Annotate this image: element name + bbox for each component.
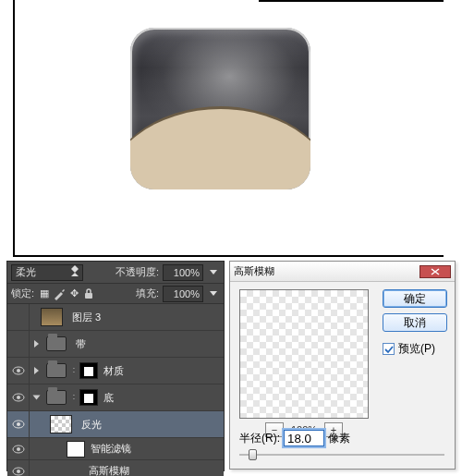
layer-row-group-base[interactable]: •• 底 — [7, 384, 224, 411]
chevron-updown-icon — [71, 269, 79, 276]
opacity-input[interactable]: 100% — [163, 264, 203, 281]
opacity-label: 不透明度: — [116, 265, 159, 279]
opacity-value: 100% — [174, 267, 200, 278]
ok-button[interactable]: 确定 — [383, 289, 447, 308]
link-icon: •• — [70, 367, 78, 374]
radius-label: 半径(R): — [239, 431, 280, 446]
check-icon — [384, 345, 394, 354]
fill-label: 填充: — [136, 287, 159, 300]
lock-position-icon[interactable]: ✥ — [67, 287, 80, 300]
layer-thumb[interactable] — [50, 415, 72, 433]
folder-icon — [46, 336, 67, 351]
layer-thumb[interactable] — [41, 308, 63, 326]
eye-icon — [12, 366, 25, 375]
fill-input[interactable]: 100% — [163, 286, 203, 302]
lock-icons-group: ▦ ✥ — [38, 287, 95, 300]
eye-icon — [12, 420, 25, 429]
svg-point-2 — [17, 369, 20, 372]
artwork-arc — [130, 106, 310, 189]
blur-preview[interactable] — [239, 289, 369, 419]
layers-lock-row: 锁定: ▦ ✥ 填充: 100% — [7, 284, 224, 304]
fill-stepper-icon[interactable] — [207, 287, 220, 300]
blend-mode-select[interactable]: 柔光 — [11, 264, 83, 281]
slider-track — [239, 454, 444, 456]
close-button[interactable] — [419, 265, 451, 278]
layer-row-gaussian-blur-filter[interactable]: 高斯模糊 — [7, 460, 224, 476]
layers-panel: 柔光 不透明度: 100% 锁定: ▦ ✥ 填充: 100% — [6, 261, 225, 471]
expand-toggle[interactable] — [30, 394, 43, 401]
layer-row-group-band[interactable]: 带 — [7, 331, 224, 358]
layer-label: 材质 — [103, 364, 124, 378]
dialog-titlebar[interactable]: 高斯模糊 — [230, 262, 455, 282]
svg-point-4 — [17, 396, 20, 399]
artwork-preview — [130, 28, 310, 189]
link-icon: •• — [70, 394, 78, 401]
mask-thumb[interactable] — [79, 389, 98, 406]
visibility-toggle[interactable] — [7, 411, 30, 437]
preview-checkbox[interactable] — [383, 343, 395, 355]
gaussian-blur-dialog: 高斯模糊 − 100% + 确定 取消 预览(P) 半径(R): 像素 — [229, 261, 456, 470]
preview-checkbox-row[interactable]: 预览(P) — [383, 341, 447, 357]
radius-unit: 像素 — [328, 431, 350, 446]
radius-slider[interactable] — [239, 450, 444, 459]
expand-toggle[interactable] — [30, 340, 43, 348]
close-icon — [431, 268, 440, 275]
preview-label: 预览(P) — [398, 341, 435, 357]
lock-transparency-icon[interactable]: ▦ — [38, 287, 51, 300]
svg-rect-0 — [85, 293, 92, 299]
filter-mask-thumb[interactable] — [67, 441, 85, 458]
radius-row: 半径(R): 像素 — [239, 430, 350, 446]
expand-toggle[interactable] — [30, 367, 43, 374]
dialog-body: − 100% + 确定 取消 预览(P) 半径(R): 像素 — [230, 282, 455, 469]
visibility-toggle[interactable] — [7, 384, 30, 410]
svg-point-8 — [17, 447, 20, 451]
eye-icon — [12, 393, 25, 402]
visibility-toggle[interactable] — [7, 358, 30, 384]
fill-value: 100% — [174, 288, 200, 299]
layer-row-reflection[interactable]: 反光 — [7, 411, 224, 438]
opacity-stepper-icon[interactable] — [207, 266, 220, 279]
blend-mode-value: 柔光 — [16, 265, 36, 279]
layer-label: 底 — [103, 391, 114, 405]
layer-label: 高斯模糊 — [89, 464, 129, 476]
eye-icon — [12, 467, 25, 476]
cancel-button[interactable]: 取消 — [383, 313, 447, 332]
visibility-toggle[interactable] — [7, 438, 30, 459]
radius-input[interactable] — [284, 430, 324, 446]
lock-label: 锁定: — [11, 287, 34, 300]
dialog-side-buttons: 确定 取消 预览(P) — [383, 289, 447, 357]
layer-label: 图层 3 — [72, 311, 101, 324]
layer-label: 智能滤镜 — [91, 442, 131, 456]
svg-point-6 — [17, 422, 20, 426]
lock-brush-icon[interactable] — [53, 287, 66, 300]
canvas-area — [13, 0, 444, 257]
folder-icon — [46, 363, 67, 378]
visibility-toggle[interactable] — [7, 460, 30, 476]
visibility-toggle[interactable] — [7, 304, 30, 330]
layer-row-group-material[interactable]: •• 材质 — [7, 358, 224, 384]
lock-all-icon[interactable] — [82, 287, 95, 300]
folder-icon — [46, 390, 67, 405]
layer-label: 带 — [76, 337, 86, 351]
layer-row-image3[interactable]: 图层 3 — [7, 304, 224, 331]
layer-row-smart-filters[interactable]: 智能滤镜 — [7, 438, 224, 460]
layers-options-row: 柔光 不透明度: 100% — [7, 262, 224, 284]
layer-label: 反光 — [81, 418, 102, 432]
mask-thumb[interactable] — [79, 362, 98, 379]
eye-icon — [12, 445, 25, 454]
slider-handle[interactable] — [249, 449, 257, 460]
svg-point-10 — [17, 470, 20, 473]
visibility-toggle[interactable] — [7, 331, 30, 357]
dialog-title: 高斯模糊 — [234, 264, 419, 278]
